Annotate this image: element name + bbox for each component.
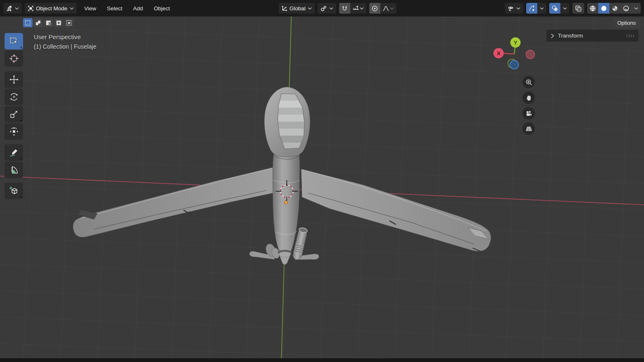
chevron-down-icon [359, 7, 364, 10]
move-icon [9, 75, 19, 85]
snap-increment-icon [352, 5, 359, 12]
select-mode-set[interactable] [23, 18, 33, 27]
svg-text:Y: Y [514, 40, 518, 46]
gizmo-icon [528, 5, 535, 12]
gizmo-axis-x-neg[interactable] [526, 50, 535, 59]
mode-dropdown[interactable]: Object Mode [25, 3, 77, 14]
gizmos-toggle[interactable] [526, 3, 537, 14]
select-mode-group [23, 18, 74, 27]
tool-measure[interactable] [5, 162, 23, 178]
select-mode-invert[interactable] [54, 18, 63, 27]
tool-annotate[interactable] [5, 144, 23, 161]
menu-view[interactable]: View [84, 5, 96, 12]
mode-label: Object Mode [36, 5, 68, 12]
chevron-down-icon [69, 7, 74, 10]
rotate-icon [9, 92, 19, 102]
navigation-gizmo[interactable]: Y X [490, 35, 540, 74]
tool-rotate[interactable] [5, 89, 23, 105]
annotate-pencil-icon [9, 148, 19, 157]
snapping-group [339, 3, 366, 14]
falloff-curve-icon [382, 5, 389, 12]
chevron-down-icon [539, 7, 544, 10]
shading-material-button[interactable] [609, 3, 621, 14]
menu-object[interactable]: Object [154, 5, 170, 12]
camera-view-button[interactable] [522, 107, 535, 120]
tool-scale[interactable] [5, 106, 23, 122]
shading-solid-button[interactable] [598, 3, 609, 14]
cursor-3d-icon [9, 54, 19, 63]
chevron-down-icon [389, 7, 394, 10]
add-cube-icon [9, 186, 19, 196]
object-origin-dot[interactable] [284, 201, 288, 204]
zoom-icon [525, 79, 532, 86]
scale-icon [9, 109, 19, 119]
proportional-edit-toggle[interactable] [369, 3, 380, 14]
tool-add-cube[interactable] [5, 183, 23, 199]
snap-target-dropdown[interactable] [350, 3, 366, 14]
shading-rendered-icon [623, 5, 630, 12]
gizmo-axis-z[interactable] [510, 61, 519, 69]
pivot-point-dropdown[interactable] [318, 3, 336, 14]
ortho-grid-icon [525, 125, 532, 132]
pivot-point-icon [320, 5, 327, 12]
tool-select-box[interactable] [5, 33, 23, 49]
magnet-icon [341, 5, 348, 12]
shading-wireframe-icon [589, 5, 596, 12]
select-box-icon [9, 36, 19, 46]
shading-dropdown[interactable] [632, 3, 641, 14]
uav-nose [265, 87, 310, 157]
options-button[interactable]: Options [613, 18, 640, 28]
gizmo-axis-y[interactable]: Y [511, 38, 521, 48]
perspective-toggle-button[interactable] [522, 122, 535, 135]
orientation-label: Global [290, 5, 306, 12]
transform-orientation-dropdown[interactable]: Global [279, 3, 315, 14]
camera-icon [525, 110, 532, 117]
transform-icon [9, 127, 19, 136]
options-label: Options [617, 20, 636, 26]
xray-toggle[interactable] [572, 3, 584, 14]
tool-cursor[interactable] [5, 50, 23, 67]
chevron-down-icon [516, 7, 521, 10]
object-mode-icon [27, 5, 34, 12]
gizmos-dropdown[interactable] [537, 3, 546, 14]
xray-icon [575, 5, 582, 12]
proportional-falloff-dropdown[interactable] [380, 3, 396, 14]
zoom-button[interactable] [522, 76, 535, 88]
sidebar-transform-panel[interactable]: Transform [546, 30, 639, 42]
overlays-icon [551, 5, 558, 12]
panel-title: Transform [558, 33, 626, 39]
shading-rendered-button[interactable] [621, 3, 632, 14]
chevron-down-icon [562, 7, 567, 10]
drag-grip-icon[interactable] [626, 34, 635, 38]
editor-3d-viewport-icon [6, 5, 13, 12]
shading-material-icon [611, 5, 618, 12]
svg-text:X: X [497, 50, 501, 56]
editor-type-button[interactable] [3, 3, 22, 14]
viewport-3d[interactable] [0, 0, 644, 362]
snap-toggle-button[interactable] [339, 3, 350, 14]
chevron-down-icon [634, 7, 639, 10]
orientation-global-icon [281, 5, 288, 12]
select-mode-extend[interactable] [33, 18, 43, 27]
tool-transform[interactable] [5, 123, 23, 140]
tool-move[interactable] [5, 71, 23, 88]
viewport-header: Object Mode View Select Add Object Globa… [0, 0, 644, 16]
shading-group [587, 3, 641, 14]
proportional-editing-icon [371, 5, 378, 12]
menu-bar: View Select Add Object [84, 5, 170, 12]
show-hide-dropdown[interactable] [505, 3, 523, 14]
select-mode-subtract[interactable] [44, 18, 53, 27]
pan-button[interactable] [522, 92, 535, 104]
chevron-down-icon [14, 7, 19, 10]
shading-wireframe-button[interactable] [587, 3, 598, 14]
menu-add[interactable]: Add [133, 5, 143, 12]
select-mode-intersect[interactable] [64, 18, 74, 27]
proportional-edit-group [369, 3, 396, 14]
visibility-eye-icon [507, 5, 514, 12]
overlays-dropdown[interactable] [560, 3, 569, 14]
gizmo-axis-x[interactable]: X [494, 48, 504, 59]
menu-select[interactable]: Select [107, 5, 123, 12]
overlays-toggle[interactable] [549, 3, 560, 14]
chevron-down-icon [307, 7, 312, 10]
hand-icon [525, 94, 532, 101]
